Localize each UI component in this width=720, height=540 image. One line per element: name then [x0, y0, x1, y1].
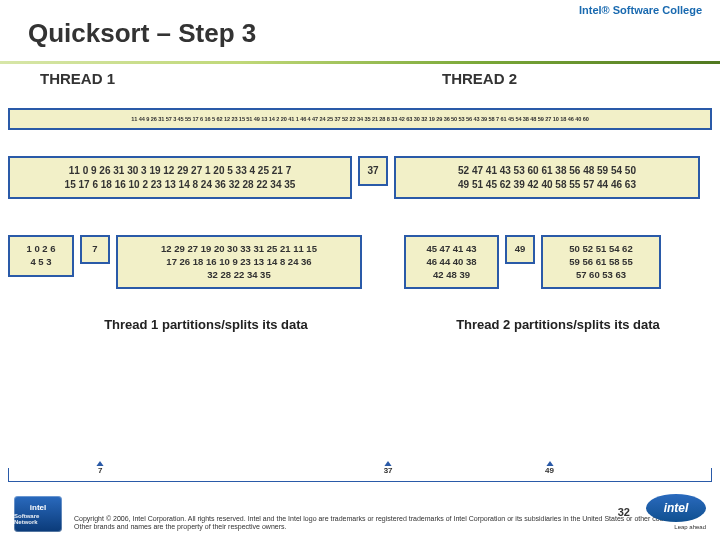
- caption-row: Thread 1 partitions/splits its data Thre…: [0, 317, 720, 357]
- leap-ahead-tagline: Leap ahead: [646, 524, 706, 530]
- bracket-label-37: 37: [381, 466, 395, 475]
- chip-brand: intel: [30, 503, 46, 512]
- t1-sub-left-box: 1 0 2 6 4 5 3: [8, 235, 74, 277]
- chip-subtitle: Software Network: [14, 513, 62, 525]
- t2-right-box: 52 47 41 43 53 60 61 38 56 48 59 54 50 4…: [394, 156, 700, 199]
- slide-number: 32: [618, 506, 630, 518]
- intel-logo-text: intel: [646, 494, 706, 522]
- pivot-49-box: 49: [505, 235, 535, 264]
- gradient-bar: [0, 61, 720, 64]
- partition-row-1: 11 0 9 26 31 30 3 19 12 29 27 1 20 5 33 …: [8, 156, 712, 199]
- caption-thread-1: Thread 1 partitions/splits its data: [66, 317, 346, 333]
- bracket-label-49: 49: [543, 466, 557, 475]
- bracket-label-7: 7: [93, 466, 107, 475]
- full-data-row: 11 44 9 26 31 57 3 45 55 17 6 16 5 62 12…: [8, 108, 712, 130]
- thread-2-label: THREAD 2: [442, 70, 517, 87]
- t2-sub-left-box: 45 47 41 43 46 44 40 38 42 48 39: [404, 235, 499, 289]
- thread-label-row: THREAD 1 THREAD 2: [0, 70, 720, 104]
- slide-title: Quicksort – Step 3: [0, 10, 720, 61]
- bracket-bar: 7 37 49: [8, 468, 712, 482]
- thread-1-label: THREAD 1: [40, 70, 115, 87]
- partition-rows: 11 0 9 26 31 30 3 19 12 29 27 1 20 5 33 …: [8, 156, 712, 289]
- pivot-7-box: 7: [80, 235, 110, 264]
- pivot-37-box: 37: [358, 156, 388, 186]
- t1-left-box: 11 0 9 26 31 30 3 19 12 29 27 1 20 5 33 …: [8, 156, 352, 199]
- copyright-text: Copyright © 2006, Intel Corporation. All…: [74, 515, 706, 533]
- t1-sub-right-box: 12 29 27 19 20 30 33 31 25 21 11 15 17 2…: [116, 235, 362, 289]
- intel-software-chip-icon: intel Software Network: [14, 496, 62, 532]
- footer: intel Software Network Copyright © 2006,…: [0, 486, 720, 540]
- t2-sub-right-box: 50 52 51 54 62 59 56 61 58 55 57 60 53 6…: [541, 235, 661, 289]
- header: Intel® Software College Quicksort – Step…: [0, 0, 720, 64]
- partition-row-2: 1 0 2 6 4 5 3 7 12 29 27 19 20 30 33 31 …: [8, 235, 712, 289]
- intel-logo: intel Leap ahead: [646, 494, 706, 530]
- college-label: Intel® Software College: [579, 4, 702, 16]
- caption-thread-2: Thread 2 partitions/splits its data: [418, 317, 698, 333]
